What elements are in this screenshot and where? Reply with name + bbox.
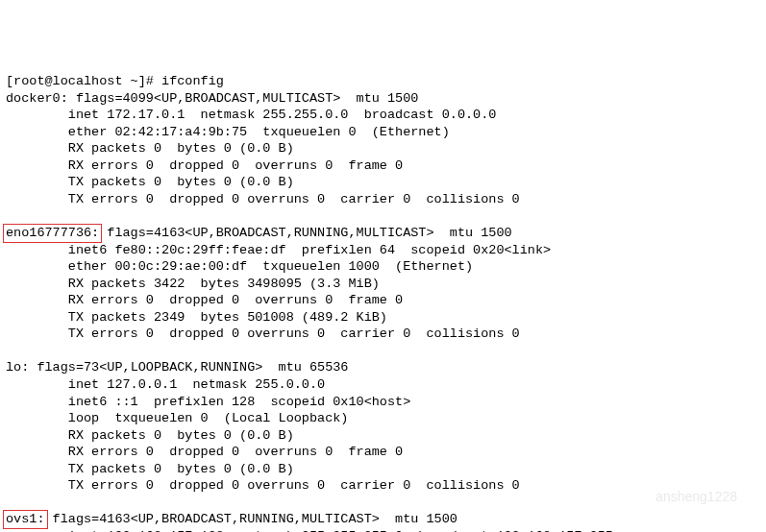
shell-prompt: [root@localhost ~]# xyxy=(6,74,161,88)
iface-eno-ether: ether 00:0c:29:ae:00:df txqueuelen 1000 … xyxy=(6,259,473,274)
watermark-text: ansheng1228 xyxy=(655,488,737,505)
terminal-output: [root@localhost ~]# ifconfig docker0: fl… xyxy=(6,74,613,532)
iface-docker0-name: docker0: xyxy=(6,91,68,106)
iface-docker0-rx-errors: RX errors 0 dropped 0 overruns 0 frame 0 xyxy=(6,158,403,173)
iface-ovs1-name-highlight: ovs1: xyxy=(3,510,48,529)
iface-eno-tx-packets: TX packets 2349 bytes 501008 (489.2 KiB) xyxy=(6,310,387,325)
iface-lo-loop: loop txqueuelen 0 (Local Loopback) xyxy=(6,411,348,425)
iface-lo-inet: inet 127.0.0.1 netmask 255.0.0.0 xyxy=(6,377,325,392)
iface-lo-name: lo: xyxy=(6,360,29,375)
iface-eno-rx-errors: RX errors 0 dropped 0 overruns 0 frame 0 xyxy=(6,293,403,307)
iface-eno-name: eno16777736: xyxy=(6,226,99,240)
iface-eno-name-highlight: eno16777736: xyxy=(3,224,102,243)
iface-lo-tx-packets: TX packets 0 bytes 0 (0.0 B) xyxy=(6,462,294,476)
iface-lo-header: flags=73<UP,LOOPBACK,RUNNING> mtu 65536 xyxy=(29,360,348,375)
iface-ovs1-header: flags=4163<UP,BROADCAST,RUNNING,MULTICAS… xyxy=(45,512,457,526)
iface-docker0-tx-errors: TX errors 0 dropped 0 overruns 0 carrier… xyxy=(6,192,520,206)
iface-docker0-ether: ether 02:42:17:a4:9b:75 txqueuelen 0 (Et… xyxy=(6,125,450,139)
iface-docker0-inet: inet 172.17.0.1 netmask 255.255.0.0 broa… xyxy=(6,108,496,122)
iface-eno-header: flags=4163<UP,BROADCAST,RUNNING,MULTICAS… xyxy=(99,226,511,240)
iface-lo-tx-errors: TX errors 0 dropped 0 overruns 0 carrier… xyxy=(6,478,520,493)
iface-docker0-rx-packets: RX packets 0 bytes 0 (0.0 B) xyxy=(6,141,294,156)
iface-lo-rx-errors: RX errors 0 dropped 0 overruns 0 frame 0 xyxy=(6,445,403,459)
iface-eno-rx-packets: RX packets 3422 bytes 3498095 (3.3 MiB) xyxy=(6,277,380,291)
iface-docker0-header: flags=4099<UP,BROADCAST,MULTICAST> mtu 1… xyxy=(68,91,419,106)
iface-lo-inet6: inet6 ::1 prefixlen 128 scopeid 0x10<hos… xyxy=(6,395,410,409)
iface-eno-tx-errors: TX errors 0 dropped 0 overruns 0 carrier… xyxy=(6,326,520,341)
iface-lo-rx-packets: RX packets 0 bytes 0 (0.0 B) xyxy=(6,428,294,443)
command-text: ifconfig xyxy=(161,74,224,88)
iface-docker0-tx-packets: TX packets 0 bytes 0 (0.0 B) xyxy=(6,175,294,189)
iface-ovs1-name: ovs1: xyxy=(6,512,45,526)
iface-eno-inet6: inet6 fe80::20c:29ff:feae:df prefixlen 6… xyxy=(6,243,551,257)
